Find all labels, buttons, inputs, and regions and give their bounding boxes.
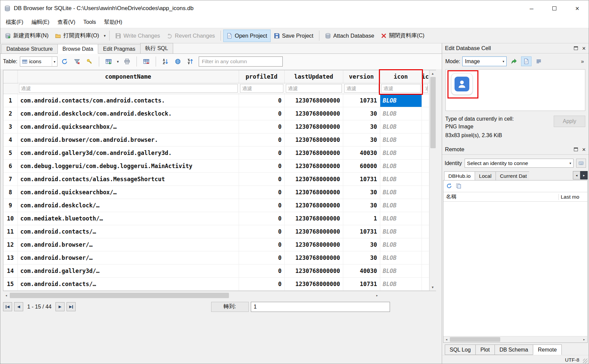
cell-version[interactable]: 10731 — [343, 277, 380, 290]
scroll-left-icon[interactable]: ◂ — [3, 292, 9, 299]
cell-icon[interactable]: BLOB — [380, 238, 422, 251]
cell-version[interactable]: 30 — [343, 238, 380, 251]
refresh-button[interactable] — [59, 56, 70, 67]
cell-icon[interactable]: BLOB — [380, 199, 422, 212]
cell-profileid[interactable]: 0 — [239, 225, 284, 238]
float-dock-icon[interactable] — [574, 46, 578, 50]
cell-profileid[interactable]: 0 — [239, 277, 284, 290]
cell-componentname[interactable]: com.android.quicksearchbox/… — [17, 186, 239, 199]
column-header-last-modified[interactable]: Last mo — [558, 194, 587, 200]
close-button[interactable]: × — [566, 0, 589, 16]
row-header[interactable]: 2 — [3, 107, 17, 120]
maximize-button[interactable] — [543, 0, 566, 16]
tab-scroll-right-button[interactable]: ▸ — [580, 171, 588, 179]
sort-ascending-button[interactable] — [160, 56, 171, 67]
row-header[interactable]: 15 — [3, 277, 17, 290]
column-header-profileid[interactable]: profileId — [239, 70, 284, 83]
cell-componentname[interactable]: com.android.contacts/alias.MessageShortc… — [17, 172, 239, 186]
next-record-button[interactable]: ▶ — [55, 302, 65, 311]
column-filter-lastupdated[interactable]: 過濾 — [286, 84, 342, 93]
cell-componentname[interactable]: com.android.deskclock/… — [17, 199, 239, 212]
menu-help[interactable]: 幫助(H) — [100, 17, 126, 28]
table-combobox[interactable]: icons ▾ — [20, 56, 57, 67]
attach-database-button[interactable]: Attach Database — [322, 30, 378, 42]
cell-lastupdated[interactable]: 1230768000000 — [284, 238, 343, 251]
cell-icon[interactable]: BLOB — [380, 172, 422, 186]
row-header[interactable]: 6 — [3, 159, 17, 172]
toolbar-overflow-button[interactable]: » — [580, 58, 585, 65]
cell-lastupdated[interactable]: 1230768000000 — [284, 172, 343, 186]
close-dock-icon[interactable]: × — [582, 147, 586, 153]
clear-filters-button[interactable] — [72, 56, 82, 67]
column-filter-profileid[interactable]: 過濾 — [240, 84, 283, 93]
cell-partial[interactable] — [422, 172, 429, 186]
tab-dbhub[interactable]: DBHub.io — [444, 171, 475, 180]
delete-record-button[interactable] — [141, 56, 152, 67]
cell-lastupdated[interactable]: 1230768000000 — [284, 186, 343, 199]
cell-componentname[interactable]: com.android.gallery3d/… — [17, 264, 239, 277]
cell-version[interactable]: 30 — [343, 199, 380, 212]
cell-profileid[interactable]: 0 — [239, 212, 284, 225]
cell-lastupdated[interactable]: 1230768000000 — [284, 133, 343, 146]
cell-version[interactable]: 60000 — [343, 159, 380, 172]
new-database-button[interactable]: 新建資料庫(N) — [2, 29, 52, 42]
column-header-icon[interactable]: icon — [380, 70, 422, 83]
cell-profileid[interactable]: 0 — [239, 172, 284, 186]
open-in-editor-button[interactable] — [521, 56, 532, 66]
tab-execute-sql[interactable]: 執行 SQL — [140, 43, 173, 53]
vertical-scrollbar[interactable]: ▲ ▼ — [429, 70, 436, 291]
row-header[interactable]: 8 — [3, 186, 17, 199]
menu-view[interactable]: 查看(V) — [53, 17, 79, 28]
row-header[interactable]: 3 — [3, 120, 17, 133]
cell-icon[interactable]: BLOB — [380, 225, 422, 238]
cell-componentname[interactable]: com.android.browser/… — [17, 251, 239, 264]
cell-lastupdated[interactable]: 1230768000000 — [284, 94, 343, 107]
cell-icon[interactable]: BLOB — [380, 159, 422, 172]
tab-remote[interactable]: Remote — [533, 345, 562, 355]
cell-icon[interactable]: BLOB — [380, 133, 422, 146]
cell-componentname[interactable]: com.android.contacts/com.android.contact… — [17, 94, 239, 107]
cell-partial[interactable] — [422, 225, 429, 238]
cell-icon[interactable]: BLOB — [380, 212, 422, 225]
cell-profileid[interactable]: 0 — [239, 120, 284, 133]
cell-componentname[interactable]: com.android.quicksearchbox/… — [17, 120, 239, 133]
cell-version[interactable]: 10731 — [343, 225, 380, 238]
mode-combobox[interactable]: Image ▾ — [462, 56, 507, 66]
column-filter-version[interactable]: 過濾 — [344, 84, 379, 93]
cell-lastupdated[interactable]: 1230768000000 — [284, 107, 343, 120]
cell-icon[interactable]: BLOB — [380, 186, 422, 199]
tab-plot[interactable]: Plot — [475, 345, 495, 355]
cell-icon[interactable]: BLOB — [380, 277, 422, 290]
minimize-button[interactable]: – — [520, 0, 543, 16]
cell-componentname[interactable]: com.android.contacts/… — [17, 277, 239, 290]
first-record-button[interactable]: ◀ — [3, 302, 12, 311]
resize-grip[interactable] — [583, 359, 588, 363]
cell-version[interactable]: 30 — [343, 186, 380, 199]
cell-icon[interactable]: BLOB — [380, 120, 422, 133]
scroll-up-icon[interactable]: ▲ — [429, 70, 436, 77]
cell-componentname[interactable]: com.android.deskclock/com.android.deskcl… — [17, 107, 239, 120]
row-header[interactable]: 14 — [3, 264, 17, 277]
cell-profileid[interactable]: 0 — [239, 146, 284, 159]
row-header[interactable]: 10 — [3, 212, 17, 225]
close-database-button[interactable]: 關閉資料庫(C) — [378, 29, 428, 42]
cell-lastupdated[interactable]: 1230768000000 — [284, 264, 343, 277]
save-project-button[interactable]: Save Project — [271, 30, 317, 42]
cell-icon[interactable]: BLOB — [380, 251, 422, 264]
open-project-button[interactable]: Open Project — [223, 30, 270, 42]
cell-partial[interactable] — [422, 159, 429, 172]
menu-tools[interactable]: Tools — [79, 17, 100, 27]
new-record-button[interactable] — [103, 56, 114, 67]
row-header[interactable]: 5 — [3, 146, 17, 159]
cell-partial[interactable] — [422, 277, 429, 290]
column-header-lastupdated[interactable]: lastUpdated — [284, 70, 343, 83]
cell-componentname[interactable]: com.android.gallery3d/com.android.galler… — [17, 146, 239, 159]
apply-button[interactable]: Apply — [554, 116, 585, 127]
cell-icon[interactable]: BLOB — [380, 146, 422, 159]
corner-header[interactable] — [3, 70, 17, 83]
cell-lastupdated[interactable]: 1230768000000 — [284, 120, 343, 133]
column-filter-componentname[interactable]: 過濾 — [19, 84, 238, 93]
float-dock-icon[interactable] — [574, 148, 578, 151]
goto-record-input[interactable] — [251, 302, 390, 312]
tab-scroll-left-button[interactable]: ◂ — [573, 171, 580, 179]
